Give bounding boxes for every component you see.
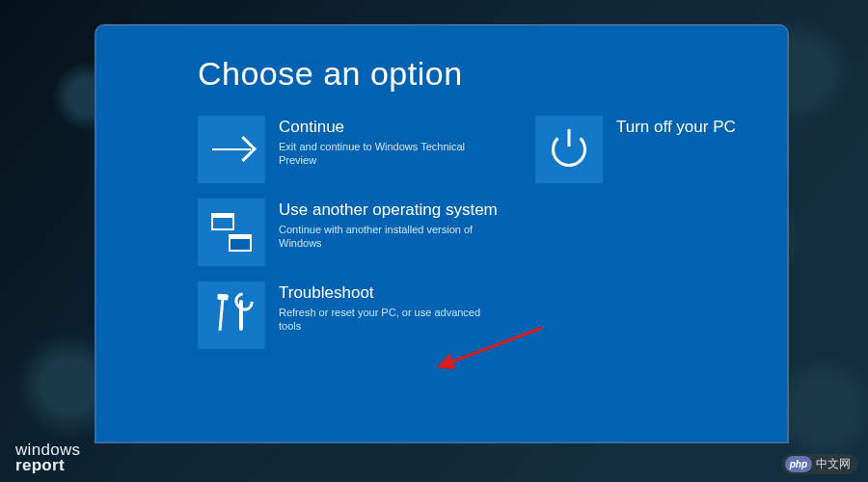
arrow-right-icon — [198, 116, 265, 183]
troubleshoot-tile[interactable]: Troubleshoot Refresh or reset your PC, o… — [198, 281, 526, 349]
tools-icon — [198, 281, 265, 349]
options-grid: Continue Exit and continue to Windows Te… — [198, 116, 787, 349]
turnoff-tile[interactable]: Turn off your PC — [535, 116, 805, 183]
troubleshoot-title: Troubleshoot — [279, 283, 491, 303]
continue-text: Continue Exit and continue to Windows Te… — [265, 116, 491, 183]
use-another-title: Use another operating system — [279, 201, 498, 220]
troubleshoot-desc: Refresh or reset your PC, or use advance… — [279, 306, 491, 334]
watermark-windowsreport: windows report — [15, 442, 80, 472]
turnoff-title: Turn off your PC — [616, 118, 736, 137]
watermark-phpcn: php 中文网 — [781, 454, 858, 474]
windows-stack-icon — [198, 199, 265, 266]
php-badge: php — [785, 456, 812, 472]
troubleshoot-text: Troubleshoot Refresh or reset your PC, o… — [265, 281, 491, 349]
turnoff-text: Turn off your PC — [603, 116, 736, 183]
continue-desc: Exit and continue to Windows Technical P… — [279, 140, 491, 168]
continue-title: Continue — [279, 118, 491, 137]
use-another-text: Use another operating system Continue wi… — [265, 199, 498, 266]
watermark-line2: report — [15, 456, 65, 474]
phpcn-text: 中文网 — [816, 456, 851, 472]
recovery-environment-panel: Choose an option Continue Exit and conti… — [95, 24, 789, 443]
use-another-desc: Continue with another installed version … — [279, 223, 491, 251]
page-title: Choose an option — [198, 55, 787, 93]
continue-tile[interactable]: Continue Exit and continue to Windows Te… — [198, 116, 526, 183]
use-another-os-tile[interactable]: Use another operating system Continue wi… — [198, 199, 526, 266]
power-icon — [535, 116, 603, 183]
